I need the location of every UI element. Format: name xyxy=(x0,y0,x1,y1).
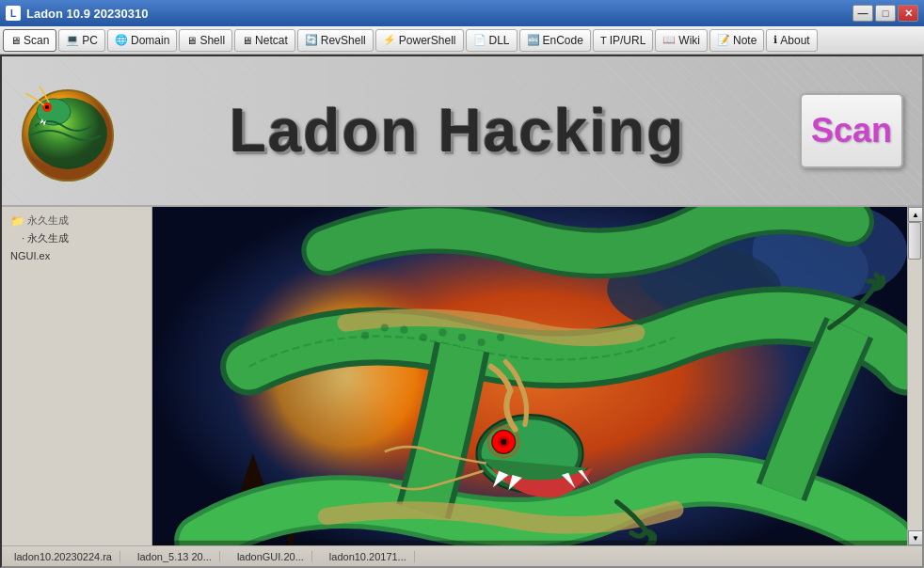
ipurl-tab-icon: T xyxy=(600,35,607,46)
svg-point-31 xyxy=(477,339,485,346)
tab-scan[interactable]: 🖥 Scan xyxy=(3,29,56,52)
app-logo xyxy=(16,79,119,182)
shell-tab-icon: 🖥 xyxy=(186,35,197,46)
status-label-2: ladon_5.13 20... xyxy=(137,551,212,562)
dragon-area xyxy=(152,207,907,545)
scroll-down-arrow[interactable]: ▼ xyxy=(908,530,922,545)
svg-point-27 xyxy=(400,326,407,334)
tab-domain-label: Domain xyxy=(131,34,169,47)
svg-point-4 xyxy=(45,105,49,109)
minimize-button[interactable]: — xyxy=(852,5,873,22)
status-item-3: ladonGUI.20... xyxy=(230,551,312,562)
scan-big-button[interactable]: Scan xyxy=(800,93,903,168)
toolbar: 🖥 Scan 💻 PC 🌐 Domain 🖥 Shell 🖥 Netcat 🔄 … xyxy=(0,26,924,55)
tab-encode-label: EnCode xyxy=(543,34,583,47)
tab-netcat-label: Netcat xyxy=(255,34,288,47)
dll-tab-icon: 📄 xyxy=(473,34,486,46)
scan-button-area: Scan xyxy=(795,84,908,178)
title-bar-controls: — □ ✕ xyxy=(852,5,918,22)
tab-about-label: About xyxy=(780,34,809,47)
tab-shell-label: Shell xyxy=(199,34,225,47)
window-title: Ladon 10.9 20230310 xyxy=(26,7,148,21)
dragon-background xyxy=(152,207,907,545)
svg-point-23 xyxy=(501,439,506,445)
tab-shell[interactable]: 🖥 Shell xyxy=(179,29,232,52)
folder-icon: 📁 xyxy=(10,214,24,228)
close-button[interactable]: ✕ xyxy=(898,5,918,22)
tab-ipurl[interactable]: T IP/URL xyxy=(593,29,653,52)
content-area: 📁 永久生成 · 永久生成 NGUI.ex xyxy=(2,207,922,545)
tab-scan-label: Scan xyxy=(24,34,49,47)
svg-point-32 xyxy=(497,334,504,341)
scroll-thumb[interactable] xyxy=(908,222,921,260)
title-bar-left: L Ladon 10.9 20230310 xyxy=(6,6,148,21)
status-item-2: ladon_5.13 20... xyxy=(130,551,220,562)
main-window: Ladon Hacking Scan 📁 永久生成 · 永久生成 NGUI.ex xyxy=(0,55,924,568)
svg-point-29 xyxy=(438,329,446,337)
note-tab-icon: 📝 xyxy=(717,34,730,46)
scan-tab-icon: 🖥 xyxy=(10,35,21,46)
scroll-up-arrow[interactable]: ▲ xyxy=(908,207,922,222)
sidebar-folder-label: 永久生成 xyxy=(27,213,69,228)
sidebar-item-label: · 永久生成 xyxy=(22,232,69,244)
status-item-1: ladon10.20230224.ra xyxy=(7,551,120,562)
svg-point-26 xyxy=(381,323,389,331)
svg-point-28 xyxy=(420,334,427,341)
svg-rect-33 xyxy=(152,541,907,545)
tab-powershell-label: PowerShell xyxy=(399,34,456,47)
svg-point-25 xyxy=(361,332,369,339)
tab-wiki[interactable]: 📖 Wiki xyxy=(655,29,708,52)
left-sidebar: 📁 永久生成 · 永久生成 NGUI.ex xyxy=(2,207,152,545)
title-text-area: Ladon Hacking xyxy=(138,96,776,166)
status-bar: ladon10.20230224.ra ladon_5.13 20... lad… xyxy=(2,545,922,566)
sidebar-item-ngui-label: NGUI.ex xyxy=(10,250,50,261)
tab-domain[interactable]: 🌐 Domain xyxy=(107,29,177,52)
tab-note[interactable]: 📝 Note xyxy=(709,29,764,52)
status-label-4: ladon10.20171... xyxy=(329,551,406,562)
tab-ipurl-label: IP/URL xyxy=(610,34,646,47)
revshell-tab-icon: 🔄 xyxy=(305,34,318,46)
status-item-4: ladon10.20171... xyxy=(322,551,415,562)
wiki-tab-icon: 📖 xyxy=(662,34,676,46)
tab-note-label: Note xyxy=(733,34,757,47)
sidebar-item-1[interactable]: · 永久生成 xyxy=(7,229,147,247)
tab-encode[interactable]: 🔤 EnCode xyxy=(519,29,591,52)
sidebar-item-ngui[interactable]: NGUI.ex xyxy=(7,247,147,264)
scan-button-label: Scan xyxy=(811,111,892,150)
tab-revshell-label: RevShell xyxy=(321,34,366,47)
tab-wiki-label: Wiki xyxy=(678,34,700,47)
scroll-track[interactable] xyxy=(908,222,922,530)
tab-pc-label: PC xyxy=(82,34,98,47)
dragon-svg xyxy=(152,207,907,545)
status-label-1: ladon10.20230224.ra xyxy=(14,551,112,562)
status-label-3: ladonGUI.20... xyxy=(237,551,304,562)
tab-pc[interactable]: 💻 PC xyxy=(58,29,105,52)
title-bar: L Ladon 10.9 20230310 — □ ✕ xyxy=(0,0,924,26)
right-scrollbar: ▲ ▼ xyxy=(907,207,922,545)
tab-netcat[interactable]: 🖥 Netcat xyxy=(234,29,295,52)
tab-about[interactable]: ℹ About xyxy=(766,29,817,52)
powershell-tab-icon: ⚡ xyxy=(383,34,396,46)
pc-tab-icon: 💻 xyxy=(66,34,79,46)
tab-revshell[interactable]: 🔄 RevShell xyxy=(297,29,374,52)
sidebar-folder-1[interactable]: 📁 永久生成 xyxy=(7,212,147,229)
netcat-tab-icon: 🖥 xyxy=(242,35,252,46)
about-tab-icon: ℹ xyxy=(773,34,777,46)
header-area: Ladon Hacking Scan xyxy=(2,56,922,207)
tab-dll[interactable]: 📄 DLL xyxy=(466,29,518,52)
domain-tab-icon: 🌐 xyxy=(115,34,128,46)
app-icon: L xyxy=(6,6,21,21)
tab-dll-label: DLL xyxy=(489,34,510,47)
logo-area xyxy=(16,79,119,182)
restore-button[interactable]: □ xyxy=(875,5,896,22)
encode-tab-icon: 🔤 xyxy=(527,34,540,46)
tab-powershell[interactable]: ⚡ PowerShell xyxy=(375,29,464,52)
main-title: Ladon Hacking xyxy=(230,96,686,166)
svg-point-30 xyxy=(458,334,466,341)
